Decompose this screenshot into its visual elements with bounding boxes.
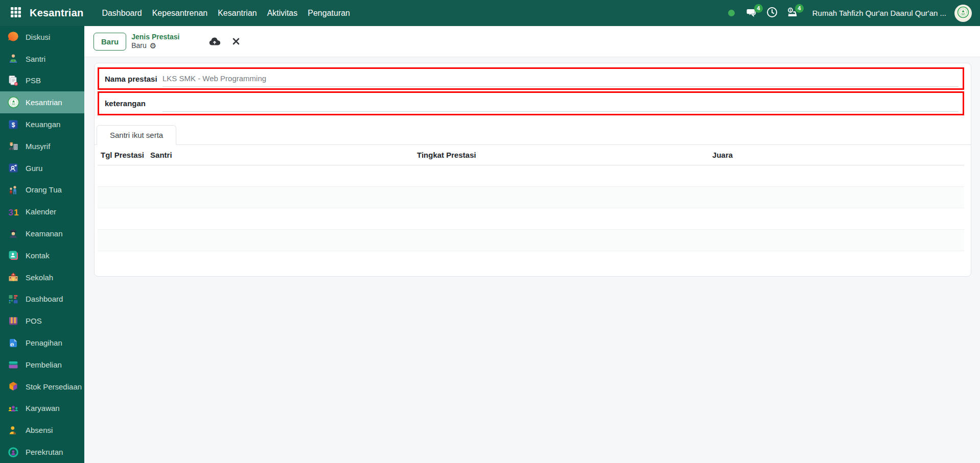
menu-aktivitas[interactable]: Aktivitas — [262, 2, 303, 25]
inventory-cube-icon — [7, 380, 20, 393]
sidebar-item-keamanan[interactable]: Keamanan — [0, 223, 84, 245]
sidebar-item-sekolah[interactable]: Sekolah — [0, 266, 84, 288]
form-sheet: Nama prestasi LKS SMK - Web Programming … — [94, 63, 971, 277]
sidebar-item-label: Musyrif — [26, 142, 50, 151]
company-switcher[interactable]: Rumah Tahfizh Qur'an Daarul Qur'an ... — [812, 9, 946, 17]
tab-santri-ikut-serta[interactable]: Santri ikut serta — [97, 125, 176, 145]
sidebar-item-label: PSB — [26, 76, 41, 85]
sidebar-item-label: Keamanan — [26, 229, 63, 238]
messages-badge: 4 — [754, 4, 763, 13]
save-cloud-icon[interactable] — [209, 37, 220, 46]
topbar-menu: Dashboard Kepesantrenan Kesantrian Aktiv… — [97, 2, 355, 25]
sidebar-item-label: Absensi — [26, 426, 53, 434]
control-panel: Baru Jenis Prestasi Baru ⚙ — [84, 26, 980, 57]
school-building-icon — [7, 271, 20, 284]
avatar-logo-icon — [955, 5, 971, 22]
calendar-31-icon: 3 1 — [7, 205, 20, 218]
menu-kesantrian[interactable]: Kesantrian — [213, 2, 262, 25]
table-row — [98, 208, 964, 230]
sidebar-item-keuangan[interactable]: $ Keuangan — [0, 113, 84, 135]
sidebar-item-pos[interactable]: POS — [0, 310, 84, 332]
sidebar-item-stok-persediaan[interactable]: Stok Persediaan — [0, 376, 84, 398]
apps-menu-button[interactable] — [8, 6, 24, 21]
table-row — [98, 165, 964, 187]
sidebar-item-santri[interactable]: Santri — [0, 48, 84, 70]
svg-text:$: $ — [11, 343, 13, 347]
column-header-tgl-prestasi[interactable]: Tgl Prestasi — [98, 145, 147, 165]
field-label-keterangan: keterangan — [99, 99, 162, 108]
invoice-icon: $ — [7, 336, 20, 350]
sidebar-item-kontak[interactable]: Kontak — [0, 245, 84, 266]
discard-x-icon[interactable] — [232, 38, 240, 45]
sidebar-item-kesantrian[interactable]: Kesantrian — [0, 91, 84, 113]
sidebar-item-label: Keuangan — [26, 120, 60, 129]
field-row-keterangan: keterangan — [98, 91, 964, 115]
santri-ikut-serta-table: Tgl Prestasi Santri Tingkat Prestasi Jua… — [98, 145, 964, 251]
chat-bubble-icon — [7, 30, 20, 43]
dollar-square-icon: $ — [7, 118, 20, 131]
sidebar-item-label: Kalender — [26, 207, 56, 216]
sidebar-item-guru[interactable]: Guru — [0, 157, 84, 179]
inbox-badge: 4 — [795, 4, 804, 13]
clock-icon — [766, 6, 778, 20]
svg-text:3: 3 — [9, 207, 13, 217]
field-row-nama-prestasi: Nama prestasi LKS SMK - Web Programming — [98, 67, 964, 90]
menu-pengaturan[interactable]: Pengaturan — [302, 2, 355, 25]
sidebar-item-dashboard[interactable]: Dashboard — [0, 288, 84, 310]
sidebar-item-label: Penagihan — [26, 338, 62, 347]
contact-icon — [7, 249, 20, 262]
breadcrumb-record: Baru — [131, 41, 147, 51]
new-button[interactable]: Baru — [94, 33, 126, 51]
column-header-juara[interactable]: Juara — [709, 145, 964, 165]
sidebar: Diskusi Santri — [0, 26, 84, 463]
recruitment-icon — [7, 446, 20, 459]
sidebar-item-kalender[interactable]: 3 1 Kalender — [0, 201, 84, 223]
sidebar-item-label: Perekrutan — [26, 448, 63, 456]
menu-dashboard[interactable]: Dashboard — [97, 2, 147, 25]
column-header-santri[interactable]: Santri — [147, 145, 414, 165]
column-header-tingkat-prestasi[interactable]: Tingkat Prestasi — [414, 145, 709, 165]
sidebar-item-label: Karyawan — [26, 404, 60, 412]
sidebar-item-diskusi[interactable]: Diskusi — [0, 26, 84, 48]
sidebar-item-label: Stok Persediaan — [26, 382, 82, 391]
employees-icon — [7, 402, 20, 415]
sidebar-item-psb[interactable]: PSB — [0, 70, 84, 92]
nama-prestasi-value: LKS SMK - Web Programming — [162, 74, 266, 83]
sidebar-item-label: Sekolah — [26, 273, 53, 282]
sidebar-item-karyawan[interactable]: Karyawan — [0, 398, 84, 420]
pos-awning-icon — [7, 314, 20, 328]
gear-icon[interactable]: ⚙ — [150, 42, 156, 50]
svg-text:1: 1 — [14, 207, 18, 217]
student-icon — [7, 52, 20, 65]
parents-icon — [7, 183, 20, 197]
sidebar-item-pembelian[interactable]: Pembelian — [0, 354, 84, 376]
keterangan-input[interactable] — [162, 95, 959, 112]
sidebar-item-label: POS — [26, 316, 42, 325]
activities-button[interactable] — [764, 6, 780, 21]
sidebar-item-label: Kontak — [26, 251, 50, 260]
app-brand[interactable]: Kesantrian — [30, 7, 83, 19]
breadcrumb: Jenis Prestasi Baru ⚙ — [131, 33, 179, 51]
app-window: Kesantrian Dashboard Kepesantrenan Kesan… — [0, 0, 980, 463]
topbar: Kesantrian Dashboard Kepesantrenan Kesan… — [0, 0, 980, 26]
apps-grid-icon — [10, 7, 21, 20]
inbox-button[interactable]: $ 4 — [785, 6, 800, 21]
pesantren-logo-icon — [7, 96, 20, 109]
sidebar-item-musyrif[interactable]: Musyrif — [0, 135, 84, 157]
field-label-nama-prestasi: Nama prestasi — [99, 75, 162, 83]
documents-icon — [7, 74, 20, 87]
sidebar-item-orang-tua[interactable]: Orang Tua — [0, 179, 84, 201]
dashboard-tiles-icon — [7, 293, 20, 306]
sidebar-item-penagihan[interactable]: $ Penagihan — [0, 332, 84, 354]
sidebar-item-absensi[interactable]: Absensi — [0, 419, 84, 441]
svg-text:$: $ — [12, 121, 15, 128]
menu-kepesantrenan[interactable]: Kepesantrenan — [147, 2, 213, 25]
table-row — [98, 230, 964, 251]
nama-prestasi-input[interactable]: LKS SMK - Web Programming — [162, 70, 959, 87]
sidebar-item-label: Santri — [26, 55, 45, 63]
user-avatar[interactable] — [954, 5, 972, 22]
breadcrumb-model-link[interactable]: Jenis Prestasi — [131, 33, 179, 42]
messages-button[interactable]: 4 — [744, 6, 759, 21]
sidebar-item-perekrutan[interactable]: Perekrutan — [0, 441, 84, 463]
sidebar-item-label: Dashboard — [26, 295, 63, 303]
